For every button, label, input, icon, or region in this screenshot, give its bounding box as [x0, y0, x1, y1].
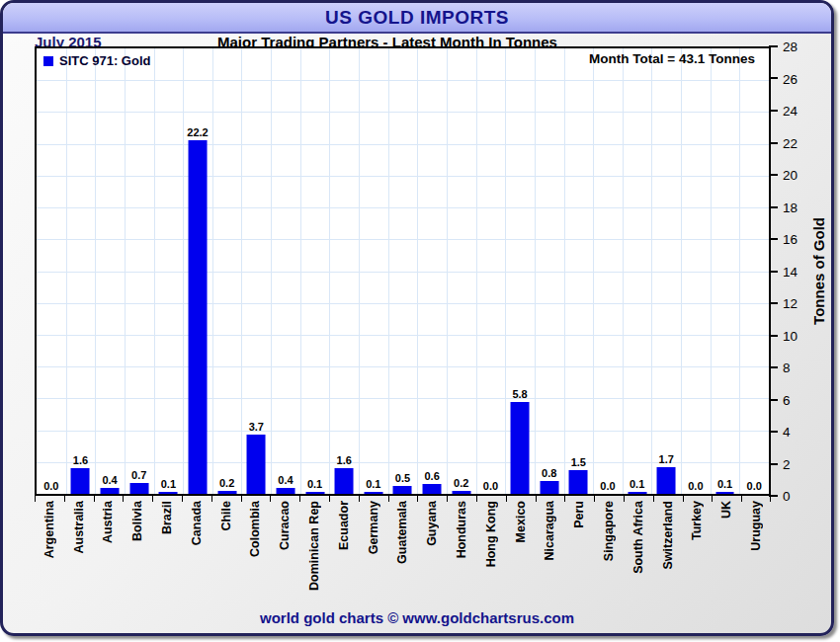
x-label-turkey: Turkey [690, 501, 704, 540]
x-label-cell: Chile [211, 501, 241, 613]
x-label-canada: Canada [190, 501, 204, 545]
bar-column-singapore: 0.0 [593, 48, 623, 494]
bar [540, 481, 558, 494]
bar [569, 470, 588, 494]
bar-column-canada: 22.2 [183, 48, 212, 494]
y-tick-label: 16 [783, 232, 798, 247]
bar [305, 492, 324, 494]
bar-column-south-africa: 0.1 [623, 48, 652, 494]
x-label-chile: Chile [219, 501, 233, 531]
bar-value-label: 1.6 [337, 454, 352, 466]
x-label-cell: Hong Kong [476, 501, 506, 613]
x-label-cell: Uruguay [741, 501, 771, 613]
bar [71, 468, 90, 494]
y-tick [769, 206, 778, 208]
bar-column-uk: 0.1 [711, 48, 740, 494]
bar-value-label: 0.1 [161, 478, 176, 490]
y-tick [769, 463, 778, 465]
x-label-hong-kong: Hong Kong [484, 501, 498, 567]
x-label-cell: Honduras [447, 501, 476, 613]
bar [393, 486, 412, 494]
x-label-peru: Peru [572, 501, 586, 528]
y-tick [769, 110, 778, 112]
y-axis-title: Tonnes of Gold [810, 217, 827, 325]
bar-column-colombia: 3.7 [241, 48, 271, 494]
x-label-cell: Mexico [506, 501, 536, 613]
x-label-guyana: Guyana [425, 501, 439, 546]
x-label-cell: Peru [564, 501, 594, 613]
x-label-cell: Ecuador [329, 501, 359, 613]
y-tick-label: 10 [783, 328, 798, 343]
bar-value-label: 0.2 [454, 477, 468, 489]
bar-column-australia: 1.6 [66, 48, 96, 494]
x-label-germany: Germany [367, 501, 380, 554]
bar [129, 483, 148, 494]
y-tick-label: 6 [783, 392, 791, 407]
plot-area: 0.01.60.40.70.122.20.23.70.40.11.60.10.5… [35, 46, 771, 496]
bar-value-label: 0.0 [43, 480, 58, 492]
bar-value-label: 0.5 [395, 472, 410, 484]
bar [276, 488, 294, 494]
bar [364, 492, 382, 494]
y-tick-label: 28 [783, 40, 798, 54]
x-label-ecuador: Ecuador [337, 501, 351, 550]
bar [247, 435, 266, 494]
bar-value-label: 1.5 [571, 456, 586, 468]
x-label-cell: Turkey [683, 501, 713, 613]
y-tick [769, 271, 778, 273]
chart-title: US GOLD IMPORTS [3, 3, 831, 32]
bar-value-label: 0.0 [747, 480, 762, 492]
x-label-curacao: Curacao [278, 501, 292, 550]
bar-column-brazil: 0.1 [154, 48, 184, 494]
x-label-cell: Guyana [417, 501, 447, 613]
y-tick-label: 0 [783, 489, 791, 504]
bar [715, 492, 734, 494]
bar-value-label: 0.4 [278, 474, 293, 486]
y-tick [769, 238, 778, 240]
bar-column-uruguay: 0.0 [739, 48, 769, 494]
bar-column-bolivia: 0.7 [125, 48, 154, 494]
bar [657, 467, 676, 494]
y-tick [769, 77, 778, 79]
bar-column-honduras: 0.2 [447, 48, 476, 494]
bar-column-peru: 1.5 [564, 48, 594, 494]
bar [628, 492, 646, 494]
bar-column-hong-kong: 0.0 [476, 48, 506, 494]
bar [159, 492, 178, 494]
x-label-dominican-rep: Dominican Rep [307, 501, 321, 591]
y-tick [769, 302, 778, 304]
bar-column-ecuador: 1.6 [329, 48, 359, 494]
y-tick [769, 495, 778, 497]
x-label-colombia: Colombia [248, 501, 262, 557]
x-label-argentina: Argentina [42, 501, 56, 558]
y-tick [769, 335, 778, 337]
y-tick [769, 399, 778, 401]
bar [335, 468, 354, 494]
y-tick [769, 366, 778, 368]
bar-value-label: 0.7 [131, 469, 146, 481]
y-tick [769, 174, 778, 176]
bar-value-label: 0.0 [483, 480, 498, 492]
legend-label: SITC 971: Gold [59, 53, 150, 68]
bar-value-label: 0.8 [542, 467, 556, 479]
bar-column-curacao: 0.4 [271, 48, 300, 494]
y-tick-label: 20 [783, 168, 798, 183]
x-label-uk: UK [719, 501, 733, 519]
y-tick-label: 8 [783, 361, 791, 375]
bar-value-label: 22.2 [187, 126, 208, 138]
x-label-honduras: Honduras [455, 501, 468, 558]
bar-column-austria: 0.4 [95, 48, 125, 494]
x-label-bolivia: Bolivia [130, 501, 144, 541]
bar-value-label: 0.0 [688, 480, 703, 492]
bar [511, 402, 530, 494]
x-label-uruguay: Uruguay [749, 501, 763, 551]
bar-series: 0.01.60.40.70.122.20.23.70.40.11.60.10.5… [37, 48, 769, 494]
x-label-nicaragua: Nicaragua [543, 501, 556, 560]
bar-value-label: 0.4 [102, 474, 117, 486]
x-label-cell: Singapore [594, 501, 624, 613]
x-axis-labels: ArgentinaAustraliaAustriaBoliviaBrazilCa… [35, 501, 771, 613]
bar-value-label: 0.6 [424, 470, 439, 482]
y-tick [769, 142, 778, 144]
y-axis-title-area: Tonnes of Gold [805, 46, 831, 496]
bar-value-label: 0.1 [366, 478, 380, 490]
